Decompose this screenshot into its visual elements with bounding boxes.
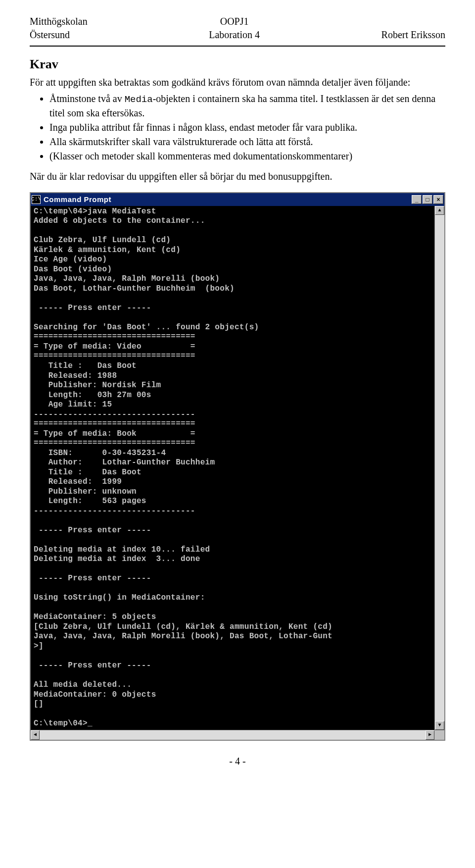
header-center: OOPJ1 Laboration 4 (209, 15, 260, 42)
header-divider (30, 46, 445, 47)
cmd-app-icon: C:\ (32, 195, 41, 204)
page-number: - 4 - (30, 755, 445, 768)
section-heading: Krav (30, 55, 445, 73)
list-item: (Klasser och metoder skall kommenteras m… (49, 150, 445, 163)
maximize-button[interactable]: □ (423, 195, 432, 204)
scroll-up-icon[interactable]: ▲ (435, 206, 444, 215)
scroll-corner (434, 730, 444, 740)
closing-paragraph: När du är klar redovisar du uppgiften el… (30, 170, 445, 183)
intro-paragraph: För att uppgiften ska betraktas som godk… (30, 76, 445, 89)
scroll-down-icon[interactable]: ▼ (435, 721, 444, 730)
code-literal: Media (125, 94, 153, 105)
list-item: Inga publika attribut får finnas i någon… (49, 121, 445, 134)
vertical-scrollbar[interactable]: ▲ ▼ (434, 206, 444, 730)
course-code: OOPJ1 (209, 15, 260, 28)
lab-name: Laboration 4 (209, 28, 260, 42)
scroll-left-icon[interactable]: ◀ (31, 730, 40, 740)
terminal-output[interactable]: C:\temp\04>java MediaTest Added 6 object… (31, 206, 434, 730)
scroll-right-icon[interactable]: ▶ (426, 730, 434, 740)
header-right: Robert Eriksson (381, 15, 445, 42)
list-item: Alla skärmutskrifter skall vara välstruk… (49, 135, 445, 149)
scroll-track[interactable] (40, 730, 426, 740)
running-header: Mitthögskolan Östersund OOPJ1 Laboration… (30, 15, 445, 42)
list-item: Åtminstone två av Media-objekten i conta… (49, 92, 445, 120)
school-name: Mitthögskolan (30, 15, 88, 28)
header-left: Mitthögskolan Östersund (30, 15, 88, 42)
window-title: Command Prompt (44, 195, 412, 204)
command-prompt-window: C:\ Command Prompt _ □ × C:\temp\04>java… (30, 192, 445, 741)
scroll-track[interactable] (435, 215, 444, 721)
horizontal-scrollbar[interactable]: ◀ ▶ (31, 730, 444, 740)
requirements-list: Åtminstone två av Media-objekten i conta… (30, 92, 445, 163)
minimize-button[interactable]: _ (412, 195, 422, 204)
author-name: Robert Eriksson (381, 28, 445, 42)
school-city: Östersund (30, 28, 88, 42)
window-buttons: _ □ × (412, 195, 443, 204)
close-button[interactable]: × (433, 195, 443, 204)
window-titlebar[interactable]: C:\ Command Prompt _ □ × (31, 193, 444, 206)
